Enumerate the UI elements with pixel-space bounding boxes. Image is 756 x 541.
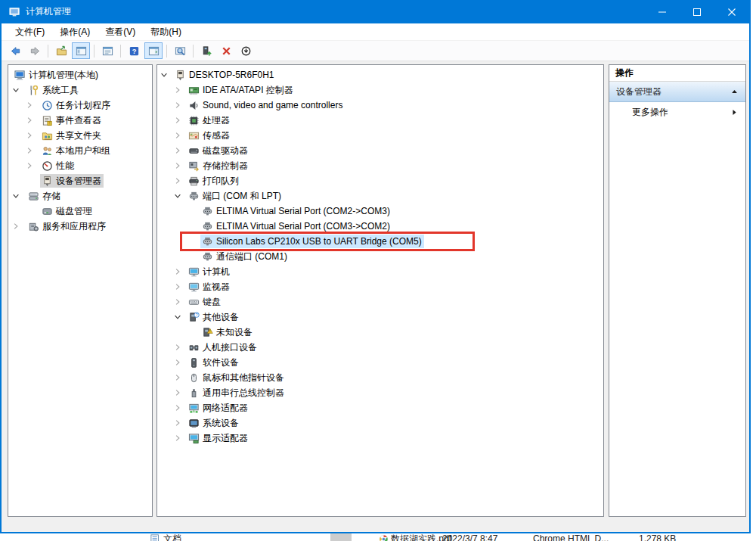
menu-item[interactable]: 操作(A) <box>52 23 98 40</box>
menu-item[interactable]: 文件(F) <box>8 23 52 40</box>
scan-hardware-button[interactable] <box>197 42 215 59</box>
tree-item-body[interactable]: 磁盘管理 <box>40 204 94 218</box>
properties-button[interactable] <box>98 42 116 59</box>
menu-item[interactable]: 帮助(H) <box>143 23 189 40</box>
tree-item[interactable]: 打印队列 <box>157 173 603 188</box>
tree-item-body[interactable]: 设备管理器 <box>40 174 104 188</box>
help-button[interactable]: ? <box>125 42 143 59</box>
tree-item-body[interactable]: !未知设备 <box>200 325 255 339</box>
tree-item[interactable]: 端口 (COM 和 LPT) <box>157 188 603 204</box>
tree-item[interactable]: 性能 <box>8 158 152 173</box>
tree-item-body[interactable]: 显示适配器 <box>187 431 250 445</box>
back-button[interactable] <box>6 42 24 59</box>
tree-item[interactable]: 存储 <box>8 188 152 204</box>
tree-item-body[interactable]: 监视器 <box>187 280 232 294</box>
chevron-collapsed-icon[interactable] <box>173 116 187 125</box>
background-folder-label[interactable]: 文档 <box>163 533 181 541</box>
close-button[interactable] <box>714 0 749 23</box>
tree-item-body[interactable]: Sound, video and game controllers <box>187 98 345 112</box>
tree-item-body[interactable]: !事件查看器 <box>40 113 104 127</box>
chevron-collapsed-icon[interactable] <box>173 343 187 352</box>
tree-item-body[interactable]: 性能 <box>40 159 76 173</box>
tree-item-body[interactable]: 鼠标和其他指针设备 <box>187 371 287 384</box>
tree-item-body[interactable]: 系统设备 <box>187 416 241 430</box>
tree-item-body[interactable]: 系统工具 <box>26 83 81 97</box>
tree-item-body[interactable]: ELTIMA Virtual Serial Port (COM2->COM3) <box>200 204 392 218</box>
tree-item[interactable]: 磁盘驱动器 <box>157 143 603 158</box>
minimize-button[interactable] <box>645 0 680 23</box>
chevron-collapsed-icon[interactable] <box>173 282 187 291</box>
tree-item-body[interactable]: 共享文件夹 <box>40 129 104 142</box>
chevron-collapsed-icon[interactable] <box>173 418 187 428</box>
chevron-collapsed-icon[interactable] <box>25 161 40 170</box>
tree-item[interactable]: 存储控制器 <box>157 158 603 173</box>
tree-item[interactable]: 本地用户和组 <box>8 143 152 158</box>
tree-item[interactable]: ELTIMA Virtual Serial Port (COM3->COM2) <box>157 219 603 234</box>
tree-item[interactable]: 计算机管理(本地) <box>8 67 152 82</box>
disable-device-button[interactable] <box>237 42 255 59</box>
tree-item[interactable]: 软件设备 <box>157 355 603 370</box>
chevron-collapsed-icon[interactable] <box>11 222 26 231</box>
tree-item[interactable]: 任务计划程序 <box>8 98 152 113</box>
tree-item[interactable]: 系统设备 <box>157 415 603 431</box>
tree-item-body[interactable]: 打印队列 <box>187 174 241 188</box>
tree-item[interactable]: 计算机 <box>157 264 603 279</box>
chevron-collapsed-icon[interactable] <box>173 131 187 140</box>
tree-item[interactable]: 处理器 <box>157 113 603 128</box>
background-scrollbar[interactable] <box>330 533 352 541</box>
tree-item[interactable]: 监视器 <box>157 279 603 294</box>
export-list-button[interactable] <box>52 42 70 59</box>
actions-section-header[interactable]: 设备管理器 <box>609 82 745 102</box>
tree-item[interactable]: 传感器 <box>157 128 603 143</box>
collapse-icon[interactable] <box>730 86 739 98</box>
chevron-collapsed-icon[interactable] <box>173 101 187 110</box>
forward-button[interactable] <box>26 42 44 59</box>
tree-item[interactable]: ?其他设备 <box>157 309 603 325</box>
chevron-collapsed-icon[interactable] <box>173 161 187 170</box>
tree-item-body[interactable]: 存储控制器 <box>187 159 250 173</box>
tree-item-body[interactable]: DESKTOP-5R6F0H1 <box>173 68 276 82</box>
tree-item[interactable]: !未知设备 <box>157 325 603 340</box>
chevron-expanded-icon[interactable] <box>160 70 173 79</box>
tree-item-body[interactable]: 计算机 <box>187 265 232 278</box>
tree-item-body[interactable]: 服务和应用程序 <box>26 219 108 233</box>
tree-item-body[interactable]: 磁盘驱动器 <box>187 144 250 157</box>
tree-item[interactable]: 人机接口设备 <box>157 340 603 355</box>
tree-item-body[interactable]: 人机接口设备 <box>187 340 259 354</box>
chevron-collapsed-icon[interactable] <box>173 373 187 382</box>
tree-item[interactable]: !事件查看器 <box>8 113 152 128</box>
tree-item[interactable]: ELTIMA Virtual Serial Port (COM2->COM3) <box>157 204 603 219</box>
tree-item-body[interactable]: 键盘 <box>187 295 223 309</box>
show-action-pane-button[interactable] <box>144 42 163 59</box>
chevron-expanded-icon[interactable] <box>11 86 26 95</box>
chevron-collapsed-icon[interactable] <box>173 358 187 367</box>
tree-item-body[interactable]: 端口 (COM 和 LPT) <box>187 189 284 203</box>
chevron-collapsed-icon[interactable] <box>25 116 40 125</box>
tree-item[interactable]: 显示适配器 <box>157 431 603 446</box>
tree-item-body[interactable]: 存储 <box>26 189 63 203</box>
tree-item[interactable]: 鼠标和其他指针设备 <box>157 370 603 385</box>
tree-item-body[interactable]: ELTIMA Virtual Serial Port (COM3->COM2) <box>200 219 392 233</box>
tree-item[interactable]: 键盘 <box>157 294 603 309</box>
tree-item-body[interactable]: 计算机管理(本地) <box>13 68 101 82</box>
show-console-tree-button[interactable] <box>72 42 90 59</box>
tree-item[interactable]: Sound, video and game controllers <box>157 98 603 113</box>
tree-item-body[interactable]: Silicon Labs CP210x USB to UART Bridge (… <box>200 235 424 248</box>
tree-item[interactable]: 通信端口 (COM1) <box>157 249 603 264</box>
tree-item[interactable]: 磁盘管理 <box>8 204 152 219</box>
tree-item-body[interactable]: 网络适配器 <box>187 401 250 415</box>
tree-item[interactable]: 设备管理器 <box>8 173 152 188</box>
maximize-button[interactable] <box>680 0 714 23</box>
console-window-button[interactable] <box>171 42 189 59</box>
menu-item[interactable]: 查看(V) <box>98 23 143 40</box>
title-bar[interactable]: 计算机管理 <box>2 0 749 23</box>
tree-item-body[interactable]: 通用串行总线控制器 <box>187 386 287 400</box>
tree-item[interactable]: 共享文件夹 <box>8 128 152 143</box>
chevron-collapsed-icon[interactable] <box>173 86 187 95</box>
chevron-collapsed-icon[interactable] <box>173 434 187 443</box>
tree-item[interactable]: IDE ATA/ATAPI 控制器 <box>157 82 603 98</box>
tree-item-body[interactable]: 本地用户和组 <box>40 144 113 157</box>
chevron-expanded-icon[interactable] <box>11 191 26 201</box>
chevron-collapsed-icon[interactable] <box>25 101 40 110</box>
chevron-expanded-icon[interactable] <box>173 312 187 322</box>
